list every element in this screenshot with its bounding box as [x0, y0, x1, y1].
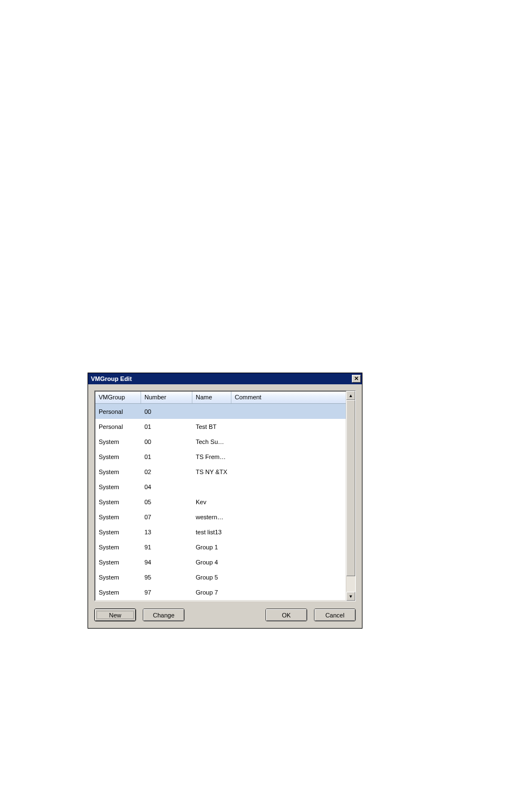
table-row[interactable]: System13test list13	[95, 524, 346, 539]
ok-button[interactable]: OK	[265, 609, 307, 621]
cell-number: 04	[141, 484, 192, 490]
close-icon: ✕	[354, 376, 359, 382]
scroll-down-button[interactable]: ▼	[346, 592, 355, 601]
cell-name: Group 5	[192, 574, 231, 581]
table-row[interactable]: System94Group 4	[95, 554, 346, 569]
scrollbar-track[interactable]	[346, 400, 355, 592]
cell-vmgroup: System	[95, 499, 141, 505]
cell-number: 00	[141, 408, 192, 415]
scroll-up-button[interactable]: ▲	[346, 391, 355, 400]
vmgroup-edit-dialog: VMGroup Edit ✕ VMGroup Number Name Comme…	[88, 373, 362, 629]
cell-name: Kev	[192, 499, 231, 505]
cell-name: Group 7	[192, 589, 231, 596]
cell-vmgroup: System	[95, 544, 141, 551]
table-row[interactable]: System04	[95, 479, 346, 494]
column-header-vmgroup[interactable]: VMGroup	[95, 392, 141, 403]
cell-vmgroup: System	[95, 514, 141, 520]
listview-header: VMGroup Number Name Comment	[95, 392, 346, 404]
dialog-content: VMGroup Number Name Comment Personal00Pe…	[88, 384, 362, 628]
cell-vmgroup: System	[95, 559, 141, 566]
cell-number: 07	[141, 514, 192, 520]
listview-container: VMGroup Number Name Comment Personal00Pe…	[94, 390, 356, 601]
cell-vmgroup: System	[95, 453, 141, 460]
cell-number: 00	[141, 438, 192, 445]
cell-vmgroup: System	[95, 484, 141, 490]
cell-number: 02	[141, 469, 192, 475]
cell-name: Test BT	[192, 423, 231, 430]
cell-number: 01	[141, 453, 192, 460]
listview-body: Personal00Personal01Test BTSystem00Tech …	[95, 404, 346, 600]
titlebar[interactable]: VMGroup Edit ✕	[88, 373, 362, 384]
cell-name: western…	[192, 514, 231, 520]
listview[interactable]: VMGroup Number Name Comment Personal00Pe…	[95, 391, 346, 601]
table-row[interactable]: Personal01Test BT	[95, 419, 346, 434]
cancel-button[interactable]: Cancel	[314, 609, 356, 621]
table-row[interactable]: System97Group 7	[95, 585, 346, 600]
chevron-up-icon: ▲	[349, 393, 353, 398]
window-title: VMGroup Edit	[91, 375, 132, 382]
new-button[interactable]: New	[94, 609, 136, 621]
cell-number: 13	[141, 529, 192, 535]
cell-name: test list13	[192, 529, 231, 535]
column-header-comment[interactable]: Comment	[231, 392, 346, 403]
table-row[interactable]: System95Group 5	[95, 569, 346, 585]
table-row[interactable]: System01TS Frem…	[95, 449, 346, 464]
table-row[interactable]: System91Group 1	[95, 539, 346, 554]
cell-number: 05	[141, 499, 192, 505]
chevron-down-icon: ▼	[349, 594, 353, 599]
cell-name: Group 1	[192, 544, 231, 551]
vertical-scrollbar[interactable]: ▲ ▼	[346, 391, 355, 601]
cell-vmgroup: System	[95, 589, 141, 596]
table-row[interactable]: System07western…	[95, 509, 346, 524]
table-row[interactable]: System02TS NY &TX	[95, 464, 346, 479]
column-header-number[interactable]: Number	[141, 392, 192, 403]
table-row[interactable]: System00Tech Su…	[95, 434, 346, 449]
table-row[interactable]: Personal00	[95, 404, 346, 419]
scrollbar-thumb[interactable]	[346, 400, 355, 576]
change-button[interactable]: Change	[143, 609, 185, 621]
table-row[interactable]: System05Kev	[95, 494, 346, 509]
cell-vmgroup: Personal	[95, 408, 141, 415]
cell-name: Group 4	[192, 559, 231, 566]
button-row: New Change OK Cancel	[94, 609, 356, 621]
cell-vmgroup: System	[95, 529, 141, 535]
cell-number: 95	[141, 574, 192, 581]
close-button[interactable]: ✕	[352, 375, 361, 383]
cell-vmgroup: System	[95, 574, 141, 581]
cell-number: 94	[141, 559, 192, 566]
cell-vmgroup: System	[95, 469, 141, 475]
cell-number: 01	[141, 423, 192, 430]
cell-vmgroup: Personal	[95, 423, 141, 430]
cell-name: TS Frem…	[192, 453, 231, 460]
cell-name: Tech Su…	[192, 438, 231, 445]
column-header-name[interactable]: Name	[192, 392, 231, 403]
cell-name: TS NY &TX	[192, 469, 231, 475]
cell-number: 91	[141, 544, 192, 551]
cell-number: 97	[141, 589, 192, 596]
cell-vmgroup: System	[95, 438, 141, 445]
